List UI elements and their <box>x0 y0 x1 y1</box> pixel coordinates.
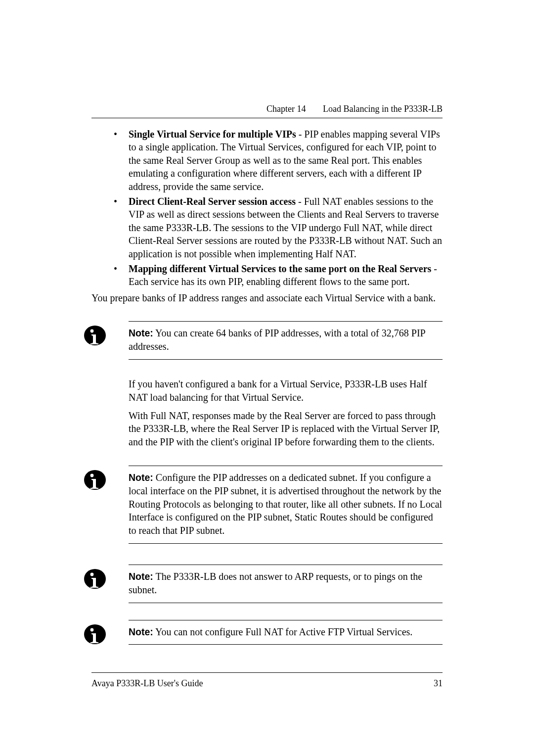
page-number: 31 <box>434 678 443 689</box>
note-body: You can not configure Full NAT for Activ… <box>153 626 413 637</box>
footer-left: Avaya P333R-LB User's Guide <box>91 678 203 689</box>
info-icon <box>84 469 106 491</box>
list-item: Direct Client-Real Server session access… <box>129 195 443 260</box>
page: Chapter 14 Load Balancing in the P333R-L… <box>0 0 534 756</box>
note-text: Note: You can not configure Full NAT for… <box>129 625 443 639</box>
list-item: Single Virtual Service for multiple VIPs… <box>129 128 443 193</box>
bullet-bold: Mapping different Virtual Services to th… <box>129 263 431 274</box>
chapter-label: Chapter 14 <box>267 104 306 114</box>
note-block: Note: You can create 64 banks of PIP add… <box>129 321 443 360</box>
note-text: Note: You can create 64 banks of PIP add… <box>129 327 443 353</box>
page-header: Chapter 14 Load Balancing in the P333R-L… <box>267 104 443 114</box>
info-icon <box>84 623 106 645</box>
note-block: Note: The P333R-LB does not answer to AR… <box>129 565 443 603</box>
note-block: Note: Configure the PIP addresses on a d… <box>129 466 443 544</box>
note-label: Note: <box>129 472 153 483</box>
svg-point-5 <box>90 573 94 576</box>
bullet-bold: Single Virtual Service for multiple VIPs <box>129 129 296 140</box>
info-icon <box>84 568 106 590</box>
body-paragraph: If you haven't configured a bank for a V… <box>129 378 443 404</box>
content: Single Virtual Service for multiple VIPs… <box>91 128 443 645</box>
note-text: Note: The P333R-LB does not answer to AR… <box>129 570 443 597</box>
note-body: You can create 64 banks of PIP addresses… <box>129 328 425 352</box>
chapter-title: Load Balancing in the P333R-LB <box>323 104 443 114</box>
bullet-bold: Direct Client-Real Server session access <box>129 196 296 207</box>
svg-point-7 <box>90 628 94 631</box>
note-text: Note: Configure the PIP addresses on a d… <box>129 471 443 537</box>
header-rule <box>91 118 443 118</box>
note-body: The P333R-LB does not answer to ARP requ… <box>129 571 422 595</box>
page-footer: Avaya P333R-LB User's Guide 31 <box>91 678 443 689</box>
svg-point-3 <box>90 474 94 477</box>
list-item: Mapping different Virtual Services to th… <box>129 262 443 288</box>
note-body: Configure the PIP addresses on a dedicat… <box>129 472 442 536</box>
info-icon <box>84 325 106 346</box>
svg-point-1 <box>90 330 94 333</box>
note-block: Note: You can not configure Full NAT for… <box>129 620 443 645</box>
note-label: Note: <box>129 328 153 338</box>
bullet-list: Single Virtual Service for multiple VIPs… <box>91 128 443 288</box>
note-label: Note: <box>129 626 153 637</box>
note-label: Note: <box>129 571 153 582</box>
body-paragraph: You prepare banks of IP address ranges a… <box>91 291 443 305</box>
footer-rule <box>91 672 443 673</box>
body-paragraph: With Full NAT, responses made by the Rea… <box>129 409 443 449</box>
